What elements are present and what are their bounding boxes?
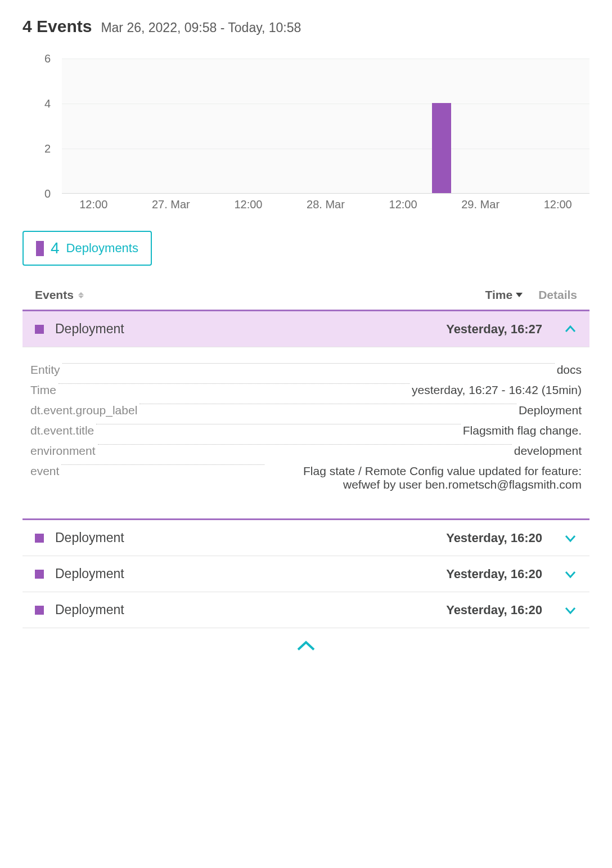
date-range: Mar 26, 2022, 09:58 - Today, 10:58 bbox=[101, 20, 301, 35]
caret-down-icon bbox=[516, 293, 523, 297]
y-tick-label: 6 bbox=[44, 52, 51, 65]
gridline bbox=[62, 59, 590, 59]
event-row[interactable]: DeploymentYesterday, 16:20 bbox=[22, 556, 590, 592]
event-row[interactable]: DeploymentYesterday, 16:27 bbox=[22, 311, 590, 347]
chevron-down-icon[interactable] bbox=[564, 567, 577, 581]
detail-key: environment bbox=[30, 444, 96, 458]
chevron-up-icon[interactable] bbox=[564, 323, 577, 336]
event-details-panel: EntitydocsTimeyesterday, 16:27 - 16:42 (… bbox=[22, 347, 590, 520]
chart-y-axis: 0246 bbox=[22, 59, 56, 194]
event-row[interactable]: DeploymentYesterday, 16:20 bbox=[22, 592, 590, 628]
x-tick-label: 28. Mar bbox=[307, 198, 345, 211]
detail-row: Entitydocs bbox=[30, 363, 582, 377]
detail-row: eventFlag state / Remote Config value up… bbox=[30, 464, 582, 491]
page-title: 4 Events bbox=[22, 17, 92, 36]
event-name: Deployment bbox=[55, 321, 446, 337]
detail-key: dt.event.title bbox=[30, 424, 94, 437]
column-header-time[interactable]: Time bbox=[485, 288, 523, 302]
event-name: Deployment bbox=[55, 602, 446, 618]
event-name: Deployment bbox=[55, 530, 446, 545]
x-tick-label: 12:00 bbox=[544, 198, 572, 211]
event-time: Yesterday, 16:20 bbox=[446, 567, 542, 581]
page-header: 4 Events Mar 26, 2022, 09:58 - Today, 10… bbox=[22, 17, 590, 36]
gridline bbox=[62, 104, 590, 104]
detail-row: environmentdevelopment bbox=[30, 444, 582, 458]
chart-plot-area bbox=[62, 59, 590, 194]
detail-value: development bbox=[514, 444, 582, 458]
x-tick-label: 12:00 bbox=[389, 198, 417, 211]
column-header-details: Details bbox=[538, 288, 577, 302]
deployment-square-icon bbox=[35, 534, 44, 543]
x-tick-label: 27. Mar bbox=[152, 198, 190, 211]
events-table-body: DeploymentYesterday, 16:27EntitydocsTime… bbox=[22, 311, 590, 628]
y-tick-label: 2 bbox=[44, 142, 51, 155]
detail-value: Flagsmith flag change. bbox=[463, 424, 582, 437]
legend-swatch-icon bbox=[36, 241, 44, 256]
detail-value: docs bbox=[557, 363, 582, 377]
chevron-down-icon[interactable] bbox=[564, 531, 577, 545]
detail-row: dt.event.titleFlagsmith flag change. bbox=[30, 424, 582, 437]
column-label: Time bbox=[485, 288, 512, 302]
detail-row: dt.event.group_labelDeployment bbox=[30, 404, 582, 417]
chevron-down-icon[interactable] bbox=[564, 603, 577, 617]
legend-count: 4 bbox=[51, 239, 60, 257]
event-name: Deployment bbox=[55, 566, 446, 581]
y-tick-label: 4 bbox=[44, 97, 51, 110]
detail-dots bbox=[61, 464, 264, 465]
detail-value: Flag state / Remote Config value updated… bbox=[267, 464, 582, 491]
event-time: Yesterday, 16:27 bbox=[446, 322, 542, 337]
x-tick-label: 12:00 bbox=[234, 198, 262, 211]
column-label: Events bbox=[35, 288, 74, 302]
event-time: Yesterday, 16:20 bbox=[446, 603, 542, 618]
detail-dots bbox=[96, 424, 460, 424]
deployment-square-icon bbox=[35, 325, 44, 334]
gridline bbox=[62, 149, 590, 149]
detail-key: Entity bbox=[30, 363, 60, 377]
sort-icon bbox=[78, 292, 84, 298]
detail-value: Deployment bbox=[519, 404, 582, 417]
chevron-up-icon bbox=[295, 639, 317, 653]
legend-deployments[interactable]: 4 Deployments bbox=[22, 231, 152, 266]
chart-bar[interactable] bbox=[432, 103, 451, 193]
events-table-header: Events Time Details bbox=[22, 283, 590, 311]
deployment-square-icon bbox=[35, 606, 44, 615]
deployment-square-icon bbox=[35, 570, 44, 579]
detail-dots bbox=[58, 383, 410, 384]
column-header-events[interactable]: Events bbox=[35, 288, 485, 302]
detail-key: dt.event.group_label bbox=[30, 404, 137, 417]
detail-dots bbox=[140, 404, 516, 404]
detail-row: Timeyesterday, 16:27 - 16:42 (15min) bbox=[30, 383, 582, 397]
legend-label: Deployments bbox=[66, 241, 138, 256]
event-row[interactable]: DeploymentYesterday, 16:20 bbox=[22, 520, 590, 556]
detail-key: Time bbox=[30, 383, 56, 397]
collapse-all-button[interactable] bbox=[22, 628, 590, 653]
event-time: Yesterday, 16:20 bbox=[446, 531, 542, 545]
detail-value: yesterday, 16:27 - 16:42 (15min) bbox=[412, 383, 582, 397]
detail-key: event bbox=[30, 464, 59, 478]
detail-dots bbox=[98, 444, 512, 445]
chart-x-axis: 12:0027. Mar12:0028. Mar12:0029. Mar12:0… bbox=[62, 198, 590, 215]
events-chart[interactable]: 0246 12:0027. Mar12:0028. Mar12:0029. Ma… bbox=[22, 59, 590, 222]
y-tick-label: 0 bbox=[44, 187, 51, 200]
x-tick-label: 29. Mar bbox=[461, 198, 500, 211]
detail-dots bbox=[62, 363, 555, 364]
x-tick-label: 12:00 bbox=[79, 198, 107, 211]
